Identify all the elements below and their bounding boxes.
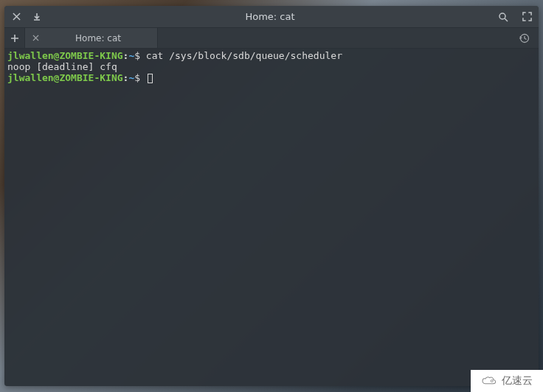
window-title: Home: cat [43,11,497,22]
cloud-logo-icon [481,375,497,387]
fullscreen-icon[interactable] [521,11,533,23]
download-icon[interactable] [31,11,43,23]
search-icon[interactable] [497,11,509,23]
tab-close-icon[interactable] [32,35,39,41]
tabbar-history-icon[interactable] [511,28,539,48]
svg-point-0 [499,13,505,19]
titlebar-right-controls [497,11,533,23]
prompt-user-host: jlwallen@ZOMBIE-KING [7,50,123,61]
terminal-window: Home: cat Home: cat jlwallen@ZOMBIE-KING… [4,6,539,386]
titlebar-left-controls [10,11,43,23]
command-text: cat /sys/block/sdb/queue/scheduler [146,50,342,61]
terminal-line-command: jlwallen@ZOMBIE-KING:~$ cat /sys/block/s… [7,50,536,61]
terminal-line-prompt: jlwallen@ZOMBIE-KING:~$ [7,72,536,83]
tab-home-cat[interactable]: Home: cat [25,28,158,48]
prompt-user-host: jlwallen@ZOMBIE-KING [7,72,123,83]
terminal-viewport[interactable]: jlwallen@ZOMBIE-KING:~$ cat /sys/block/s… [4,49,539,386]
terminal-line-output: noop [deadline] cfq [7,61,536,72]
cursor-icon [148,74,153,83]
close-window-icon[interactable] [10,11,22,23]
titlebar: Home: cat [4,6,539,28]
prompt-symbol: $ [134,72,140,83]
new-tab-button[interactable] [4,28,25,48]
watermark: 亿速云 [471,370,543,392]
output-text: noop [deadline] cfq [7,61,117,72]
tabbar: Home: cat [4,28,539,49]
tab-label: Home: cat [46,33,150,43]
tabbar-spacer [158,28,511,48]
prompt-symbol: $ [134,50,140,61]
svg-point-2 [491,380,493,382]
watermark-text: 亿速云 [502,374,533,388]
